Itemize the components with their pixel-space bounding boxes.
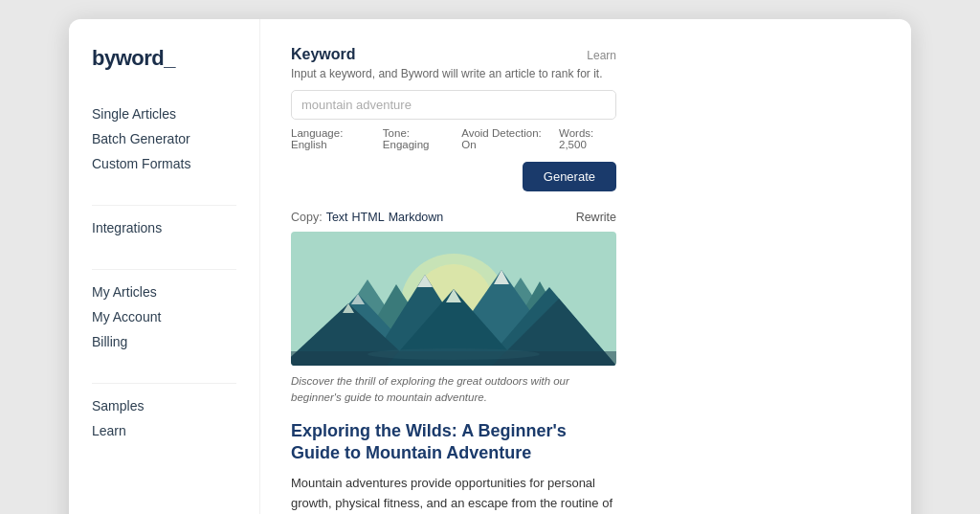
meta-tone: Tone: Engaging [383,127,450,150]
meta-words: Words: 2,500 [559,127,616,150]
learn-link[interactable]: Learn [587,49,616,62]
sidebar-item-learn[interactable]: Learn [92,418,236,443]
mountain-image [291,232,616,366]
sidebar-item-my-account[interactable]: My Account [92,304,236,329]
copy-row: Copy: Text HTML Markdown Rewrite [291,211,616,224]
copy-html[interactable]: HTML [352,211,385,224]
sidebar-item-samples[interactable]: Samples [92,393,236,418]
section-header: Keyword Learn [291,46,616,63]
section-title: Keyword [291,46,356,63]
sidebar-item-my-articles[interactable]: My Articles [92,279,236,304]
section-description: Input a keyword, and Byword will write a… [291,67,616,80]
copy-markdown[interactable]: Markdown [389,211,444,224]
svg-point-20 [368,348,540,360]
meta-row: Language: English Tone: Engaging Avoid D… [291,127,616,150]
app-window: byword_ Single Articles Batch Generator … [69,19,911,514]
sidebar-item-integrations[interactable]: Integrations [92,215,236,240]
copy-text[interactable]: Text [326,211,348,224]
generate-button[interactable]: Generate [523,162,616,191]
keyword-section: Keyword Learn Input a keyword, and Bywor… [291,46,616,191]
copy-row-left: Copy: Text HTML Markdown [291,211,443,224]
sidebar-item-batch-generator[interactable]: Batch Generator [92,126,236,151]
nav-group-4: Samples Learn [92,393,236,443]
meta-language: Language: English [291,127,371,150]
sidebar-item-billing[interactable]: Billing [92,329,236,354]
article-title: Exploring the Wilds: A Beginner's Guide … [291,420,616,465]
logo: byword_ [92,46,236,71]
clearfix: Generate [291,162,616,191]
keyword-input[interactable] [291,90,616,120]
nav-group-3: My Articles My Account Billing [92,279,236,354]
meta-avoid-detection: Avoid Detection: On [461,127,547,150]
image-caption: Discover the thrill of exploring the gre… [291,373,616,407]
sidebar-item-single-articles[interactable]: Single Articles [92,101,236,126]
nav-divider-2 [92,269,236,270]
sidebar: byword_ Single Articles Batch Generator … [69,19,260,514]
nav-divider-1 [92,205,236,206]
copy-label: Copy: [291,211,323,224]
article-body-1: Mountain adventures provide opportunitie… [291,474,616,514]
article-output: Copy: Text HTML Markdown Rewrite [291,211,616,514]
nav-group-1: Single Articles Batch Generator Custom F… [92,101,236,176]
nav-divider-3 [92,383,236,384]
sidebar-item-custom-formats[interactable]: Custom Formats [92,151,236,176]
rewrite-link[interactable]: Rewrite [576,211,616,224]
nav-group-2: Integrations [92,215,236,240]
main-content: Keyword Learn Input a keyword, and Bywor… [260,19,911,514]
